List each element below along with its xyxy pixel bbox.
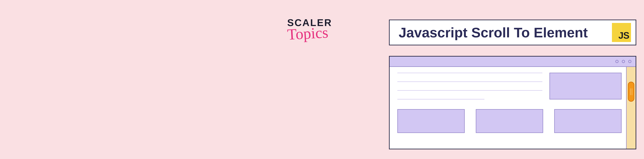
- feature-box: [550, 73, 622, 100]
- logo: SCALER Topics: [287, 18, 332, 39]
- text-line: [397, 73, 542, 73]
- js-badge-text: JS: [618, 30, 629, 41]
- content-card: [476, 109, 543, 133]
- text-line: [397, 90, 542, 91]
- browser-titlebar: [390, 56, 636, 67]
- page-title: Javascript Scroll To Element: [399, 24, 588, 40]
- js-badge: JS: [612, 23, 631, 42]
- content-area: [390, 67, 626, 149]
- text-line: [397, 82, 542, 82]
- text-line: [397, 99, 484, 100]
- window-control-icon: [616, 60, 618, 63]
- text-lines: [397, 73, 542, 100]
- browser-body: [390, 67, 636, 149]
- scrollbar-thumb[interactable]: [628, 82, 634, 102]
- title-bar: Javascript Scroll To Element JS: [389, 20, 636, 45]
- content-card: [397, 109, 465, 133]
- grip-icon: [632, 88, 632, 95]
- scrollbar-track[interactable]: [626, 67, 636, 149]
- browser-mockup: [389, 56, 636, 149]
- window-control-icon: [622, 60, 625, 63]
- grip-icon: [630, 88, 630, 95]
- logo-topics-text: Topics: [287, 27, 328, 40]
- window-control-icon: [628, 60, 632, 63]
- content-card: [554, 109, 622, 133]
